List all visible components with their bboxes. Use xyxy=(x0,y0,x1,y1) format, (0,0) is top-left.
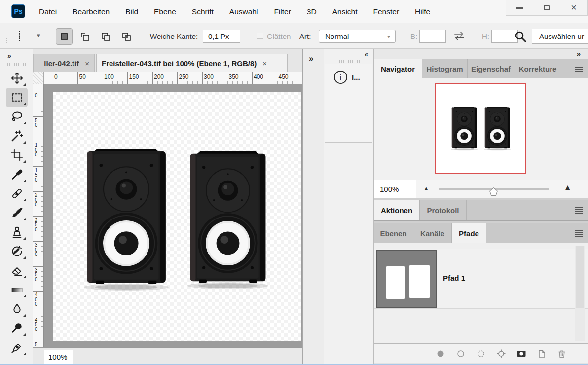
lasso-tool[interactable] xyxy=(6,107,28,126)
chevron-down-icon[interactable]: ▾ xyxy=(37,32,40,39)
tab-histogram[interactable]: Histogram xyxy=(422,59,468,78)
menu-item-hilfe[interactable]: Hilfe xyxy=(407,7,438,16)
document-tab-label: Freisteller-043.tif bei 100% (Ebene 1, R… xyxy=(102,59,257,68)
tab-eigenschaf[interactable]: Eigenschaf xyxy=(468,59,514,78)
clone-stamp-tool[interactable] xyxy=(6,222,28,242)
new-selection-mode-button[interactable] xyxy=(56,28,73,45)
blur-tool[interactable] xyxy=(6,299,28,319)
menu-item-auswahl[interactable]: Auswahl xyxy=(221,7,266,16)
navigator-thumbnail-speaker-right xyxy=(483,106,512,151)
swap-dimensions-icon[interactable] xyxy=(452,31,466,41)
panel-menu-icon[interactable] xyxy=(575,207,583,214)
eraser-tool[interactable] xyxy=(6,261,28,280)
document-tab-0[interactable]: ller-042.tif× xyxy=(33,54,95,72)
zoom-out-icon[interactable]: ▲ xyxy=(424,185,429,191)
navigator-zoom-field[interactable]: 100% xyxy=(374,180,416,198)
document-tab-1-active[interactable]: Freisteller-043.tif bei 100% (Ebene 1, R… xyxy=(96,54,288,72)
expand-panels-icon[interactable]: » xyxy=(309,54,313,64)
style-select[interactable]: Normal▾ xyxy=(319,30,396,43)
add-mask-icon[interactable] xyxy=(516,349,526,359)
navigator-thumbnail-speaker-left xyxy=(450,106,478,151)
minimize-icon xyxy=(516,7,523,9)
tab-close-icon[interactable]: × xyxy=(262,59,267,68)
path-from-selection-icon[interactable] xyxy=(496,349,506,359)
magic-wand-tool[interactable] xyxy=(6,126,28,146)
tab-pfade[interactable]: Pfade xyxy=(452,223,486,243)
tab-navigator[interactable]: Navigator xyxy=(374,59,422,78)
tab-protokoll[interactable]: Protokoll xyxy=(420,200,467,220)
navigator-group-header: » xyxy=(374,49,588,59)
history-brush-tool[interactable] xyxy=(6,242,28,261)
menu-item-bild[interactable]: Bild xyxy=(117,7,146,16)
antialias-checkbox[interactable] xyxy=(257,33,263,39)
minimize-button[interactable] xyxy=(506,0,533,16)
menu-item-3d[interactable]: 3D xyxy=(299,7,325,16)
menu-item-schrift[interactable]: Schrift xyxy=(184,7,221,16)
info-panel-grip[interactable] xyxy=(339,60,360,63)
new-selection-icon xyxy=(59,31,70,42)
close-button[interactable]: × xyxy=(560,0,588,16)
menu-item-filter[interactable]: Filter xyxy=(266,7,298,16)
marquee-tool[interactable] xyxy=(6,88,28,107)
expand-tools-icon[interactable]: » xyxy=(7,52,10,60)
search-icon[interactable] xyxy=(514,30,527,43)
width-input[interactable] xyxy=(419,30,446,43)
tab-aktionen[interactable]: Aktionen xyxy=(374,200,420,220)
path-name[interactable]: Pfad 1 xyxy=(443,274,465,282)
gradient-tool[interactable] xyxy=(6,280,28,299)
menu-item-fenster[interactable]: Fenster xyxy=(366,7,407,16)
paths-scrollbar-thumb[interactable] xyxy=(576,246,584,308)
tab-kanäle[interactable]: Kanäle xyxy=(413,223,452,243)
navigator-zoom-slider[interactable] xyxy=(439,188,549,190)
path-list-item[interactable]: Pfad 1 xyxy=(374,249,588,309)
stroke-path-icon[interactable] xyxy=(456,349,466,359)
tab-ebenen[interactable]: Ebenen xyxy=(374,223,413,243)
panel-menu-icon[interactable] xyxy=(575,66,583,72)
zoom-level-field[interactable]: 100% xyxy=(44,350,73,364)
navigator-proxy-view[interactable] xyxy=(435,83,526,174)
menu-bar: Ps DateiBearbeitenBildEbeneSchriftAuswah… xyxy=(0,0,588,23)
tab-korrekture[interactable]: Korrekture xyxy=(514,59,561,78)
eyedropper-tool[interactable] xyxy=(6,165,28,184)
path-thumbnail[interactable] xyxy=(376,250,437,308)
pen-tool-icon xyxy=(10,341,24,354)
collapse-panel-icon[interactable]: « xyxy=(365,50,368,58)
tools-grip[interactable] xyxy=(7,63,26,66)
menu-item-ebene[interactable]: Ebene xyxy=(146,7,184,16)
select-and-mask-button[interactable]: Auswählen ur xyxy=(532,29,588,44)
options-grip[interactable] xyxy=(6,30,7,43)
info-icon: i xyxy=(334,71,347,84)
ruler-label-h: 450 xyxy=(279,73,289,80)
expand-dock-icon[interactable]: » xyxy=(577,49,581,58)
menu-item-datei[interactable]: Datei xyxy=(31,7,65,16)
panel-menu-icon[interactable] xyxy=(575,230,583,237)
menu-item-ansicht[interactable]: Ansicht xyxy=(325,7,366,16)
marquee-tool-icon[interactable] xyxy=(19,31,32,41)
feather-input[interactable]: 0,1 Px xyxy=(203,30,240,43)
menu-item-bearbeiten[interactable]: Bearbeiten xyxy=(65,7,117,16)
info-panel-row[interactable]: i I... xyxy=(325,64,372,143)
new-path-icon[interactable] xyxy=(537,349,547,359)
speaker-right-image xyxy=(184,150,271,290)
crop-tool[interactable] xyxy=(6,146,28,165)
feather-label: Weiche Kante: xyxy=(150,32,198,40)
spot-healing-tool[interactable] xyxy=(6,184,28,203)
maximize-button[interactable] xyxy=(533,0,560,16)
delete-path-icon[interactable] xyxy=(557,349,567,359)
fill-path-icon[interactable] xyxy=(436,349,445,359)
tab-close-icon[interactable]: × xyxy=(85,59,89,68)
subtract-selection-mode-button[interactable] xyxy=(97,28,114,45)
pen-tool[interactable] xyxy=(6,338,28,357)
brush-tool[interactable] xyxy=(6,203,28,222)
intersect-selection-mode-button[interactable] xyxy=(118,28,135,45)
navigator-footer: 100% ▲ ▲ xyxy=(374,180,588,198)
zoom-in-icon[interactable]: ▲ xyxy=(563,183,572,193)
load-selection-icon[interactable] xyxy=(476,349,486,359)
dodge-tool[interactable] xyxy=(6,319,28,338)
add-selection-mode-button[interactable] xyxy=(76,28,93,45)
paths-scrollbar[interactable] xyxy=(575,246,585,341)
canvas-image[interactable] xyxy=(53,92,301,341)
move-tool[interactable] xyxy=(6,69,28,88)
zoom-slider-handle[interactable] xyxy=(489,187,498,196)
blur-tool-icon xyxy=(10,302,24,316)
